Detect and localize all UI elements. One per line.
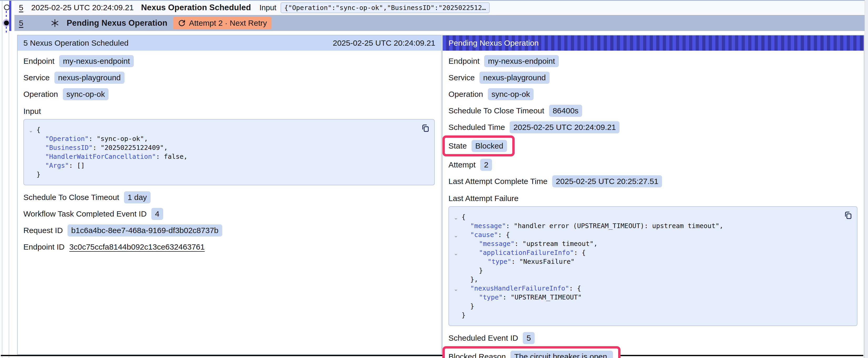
collapse-chevron-icon[interactable]: ⌄ xyxy=(454,251,458,256)
json-line: "type": "NexusFailure" xyxy=(449,257,841,266)
attempt-retry-badge: Attempt 2 · Next Retry xyxy=(173,17,272,29)
field-row-blocked-reason: Blocked ReasonThe circuit breaker is ope… xyxy=(448,346,858,358)
field-label: Blocked Reason xyxy=(448,352,506,358)
event-row-pending-nexus-operation[interactable]: 5 Pending Nexus Operation Attempt 2 · Ne… xyxy=(14,15,865,31)
field-value-badge: The circuit breaker is open. xyxy=(510,351,613,358)
field-row-endpoint: Endpointmy-nexus-endpoint xyxy=(448,53,858,69)
input-json-lines: ⌄{"Operation": "sync-op-ok","BusinessID"… xyxy=(24,126,418,179)
field-row-service: Servicenexus-playground xyxy=(23,69,435,86)
field-value-badge: my-nexus-endpoint xyxy=(59,55,133,67)
field-label: Endpoint xyxy=(448,57,479,66)
json-line: ⌄{ xyxy=(24,126,418,134)
timeline-dotted-connector xyxy=(6,11,7,20)
field-row-scheduled-time: Scheduled Time2025-02-25 UTC 20:24:09.21 xyxy=(448,119,858,135)
failure-json-viewer: ⌄{"message": "handler error (UPSTREAM_TI… xyxy=(448,206,858,326)
field-label: Service xyxy=(448,73,475,82)
pending-panel-title: Pending Nexus Operation xyxy=(448,39,539,47)
field-row-endpoint: Endpointmy-nexus-endpoint xyxy=(23,53,435,69)
field-row-service: Servicenexus-playground xyxy=(448,69,858,86)
field-value-badge: Blocked xyxy=(471,140,507,152)
field-label: Schedule To Close Timeout xyxy=(448,106,544,115)
field-label: Endpoint ID xyxy=(23,242,65,252)
timeline-gutter-line xyxy=(9,32,9,358)
timeline-gutter-line xyxy=(2,1,2,358)
viewport-bottom-edge xyxy=(1,355,863,356)
json-line: "BusinessID": "20250225122409", xyxy=(24,143,418,152)
field-value-badge: 86400s xyxy=(549,105,582,117)
field-value-badge: 5 xyxy=(523,332,535,344)
field-label: Operation xyxy=(448,90,483,99)
field-value-badge: sync-op-ok xyxy=(63,88,109,100)
scrollbar[interactable] xyxy=(865,0,868,358)
left-panel-bottom-fields: Schedule To Close Timeout1 dayWorkflow T… xyxy=(23,189,435,255)
field-label: Operation xyxy=(23,90,58,99)
json-line: } xyxy=(449,302,841,311)
json-line: "HandlerWaitForCancellation": false, xyxy=(24,152,418,161)
field-label: Request ID xyxy=(23,226,63,235)
asterisk-icon xyxy=(51,19,59,28)
json-line: }, xyxy=(449,275,841,284)
json-line: } xyxy=(24,170,418,179)
pending-panel-bottom-fields: Scheduled Event ID5Blocked ReasonThe cir… xyxy=(448,330,858,358)
field-label: State xyxy=(448,141,467,151)
event-title: Nexus Operation Scheduled xyxy=(141,3,251,12)
collapse-chevron-icon[interactable]: ⌄ xyxy=(454,286,458,292)
field-value-badge: 2025-02-25 UTC 20:25:27.51 xyxy=(552,175,662,187)
collapse-chevron-icon[interactable]: ⌄ xyxy=(454,233,458,238)
field-row-schedule-to-close-timeout: Schedule To Close Timeout86400s xyxy=(448,102,858,119)
json-line: ⌄"cause": { xyxy=(449,230,841,239)
annotation-highlight-box: Blocked ReasonThe circuit breaker is ope… xyxy=(442,346,621,358)
left-detail-panel: 5 Nexus Operation Scheduled 2025-02-25 U… xyxy=(17,35,442,355)
json-line: ⌄"nexusHandlerFailureInfo": { xyxy=(449,284,841,293)
failure-json-lines: ⌄{"message": "handler error (UPSTREAM_TI… xyxy=(449,213,841,320)
attempt-retry-label: Attempt 2 · Next Retry xyxy=(189,19,267,28)
json-line: "Operation": "sync-op-ok", xyxy=(24,134,418,143)
field-label: Scheduled Event ID xyxy=(448,334,518,343)
field-row-schedule-to-close-timeout: Schedule To Close Timeout1 day xyxy=(23,189,435,205)
annotation-highlight-box: StateBlocked xyxy=(442,135,515,156)
left-panel-fields: Endpointmy-nexus-endpointServicenexus-pl… xyxy=(23,53,435,102)
input-label: Input xyxy=(259,3,276,12)
retry-icon xyxy=(178,19,186,27)
field-row-request-id: Request IDb1c6a4bc-8ee7-468a-9169-df3b02… xyxy=(23,222,435,238)
event-row-nexus-operation-scheduled[interactable]: 5 2025-02-25 UTC 20:24:09.21 Nexus Opera… xyxy=(14,1,865,14)
copy-icon[interactable] xyxy=(421,123,430,133)
json-line: } xyxy=(449,266,841,275)
field-value-badge: my-nexus-endpoint xyxy=(484,55,559,67)
field-value-link[interactable]: 3c0c75ccfa8144b092c13ce632463761 xyxy=(69,242,205,252)
left-panel-timestamp: 2025-02-25 UTC 20:24:09.21 xyxy=(333,39,435,47)
copy-icon[interactable] xyxy=(843,210,853,220)
field-label: Attempt xyxy=(448,160,475,169)
json-line: } xyxy=(449,311,841,320)
field-value-badge: 4 xyxy=(151,208,163,220)
field-value-badge: 2 xyxy=(480,159,492,171)
field-label: Endpoint xyxy=(23,57,54,66)
field-label: Service xyxy=(23,73,50,82)
timeline-open-dot-icon xyxy=(4,4,10,10)
pending-panel-fields: Endpointmy-nexus-endpointServicenexus-pl… xyxy=(448,53,858,190)
field-label: Last Attempt Complete Time xyxy=(448,177,548,186)
json-line: "message": "handler error (UPSTREAM_TIME… xyxy=(449,222,841,230)
field-value-badge: b1c6a4bc-8ee7-468a-9169-df3b02c8737b xyxy=(67,224,222,236)
event-id-link[interactable]: 5 xyxy=(19,3,23,12)
field-row-state: StateBlocked xyxy=(448,135,858,156)
pending-event-title: Pending Nexus Operation xyxy=(67,19,167,28)
field-label: Scheduled Time xyxy=(448,123,505,132)
field-value-badge: sync-op-ok xyxy=(488,88,534,100)
field-value-badge: 2025-02-25 UTC 20:24:09.21 xyxy=(510,121,619,133)
field-label: Schedule To Close Timeout xyxy=(23,193,119,202)
field-label: Workflow Task Completed Event ID xyxy=(23,209,147,218)
left-panel-header: 5 Nexus Operation Scheduled 2025-02-25 U… xyxy=(18,35,441,51)
input-preview-chip: {"Operation":"sync-op-ok","BusinessID":"… xyxy=(281,2,490,13)
input-section-label: Input xyxy=(23,106,435,116)
timeline-dotted-connector xyxy=(6,27,7,35)
left-panel-title: 5 Nexus Operation Scheduled xyxy=(23,39,128,47)
json-line: ⌄"applicationFailureInfo": { xyxy=(449,248,841,257)
right-detail-panel: Pending Nexus Operation Endpointmy-nexus… xyxy=(442,35,864,358)
collapse-chevron-icon[interactable]: ⌄ xyxy=(29,128,33,133)
field-value-badge: 1 day xyxy=(124,191,151,203)
field-row-endpoint-id: Endpoint ID3c0c75ccfa8144b092c13ce632463… xyxy=(23,238,435,255)
event-id-link[interactable]: 5 xyxy=(19,19,23,28)
collapse-chevron-icon[interactable]: ⌄ xyxy=(454,215,458,220)
input-json-viewer: ⌄{"Operation": "sync-op-ok","BusinessID"… xyxy=(23,119,435,185)
